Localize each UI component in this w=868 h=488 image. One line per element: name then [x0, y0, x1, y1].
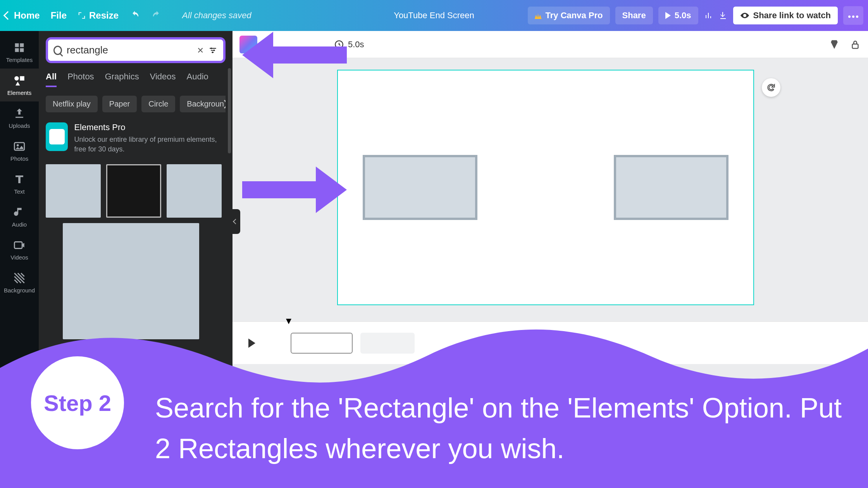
- nav-background-label: Background: [4, 287, 35, 294]
- nav-background[interactable]: Background: [0, 266, 39, 299]
- placed-rectangle-1[interactable]: [363, 155, 477, 220]
- tab-all[interactable]: All: [46, 72, 57, 87]
- svg-point-10: [212, 52, 214, 53]
- save-status: All changes saved: [182, 10, 251, 21]
- redo-button[interactable]: [151, 10, 162, 21]
- top-toolbar: Home File Resize All changes saved YouTu…: [0, 0, 868, 31]
- suggestion-chips: Netflix play Paper Circle Backgroun: [46, 96, 226, 112]
- file-menu[interactable]: File: [51, 10, 67, 21]
- undo-button[interactable]: [129, 10, 140, 21]
- tab-audio[interactable]: Audio: [187, 72, 208, 87]
- placed-rectangle-2[interactable]: [614, 155, 728, 220]
- svg-point-0: [848, 15, 851, 18]
- svg-rect-12: [852, 44, 858, 48]
- result-rectangle-solid[interactable]: [46, 164, 101, 218]
- pro-title: Elements Pro: [74, 122, 226, 132]
- result-rectangle-outline[interactable]: [106, 164, 161, 218]
- lock-button[interactable]: [849, 39, 861, 50]
- svg-point-8: [210, 47, 212, 49]
- svg-point-6: [17, 144, 19, 146]
- more-icon: [848, 15, 859, 19]
- svg-rect-7: [14, 242, 22, 249]
- result-rectangle-solid-2[interactable]: [167, 164, 222, 218]
- nav-videos-label: Videos: [10, 254, 28, 261]
- download-button[interactable]: [718, 11, 728, 20]
- step-badge: Step 2: [31, 356, 124, 449]
- step-label: Step 2: [44, 390, 111, 416]
- chip-circle[interactable]: Circle: [141, 96, 175, 112]
- pro-subtitle: Unlock our entire library of premium ele…: [74, 135, 226, 154]
- annotation-arrow-to-canvas: [242, 167, 347, 213]
- svg-point-1: [852, 15, 854, 18]
- resize-label: Resize: [89, 10, 119, 21]
- nav-uploads[interactable]: Uploads: [0, 101, 39, 134]
- search-field[interactable]: ×: [48, 40, 223, 61]
- resize-icon: [78, 11, 86, 20]
- tab-photos[interactable]: Photos: [67, 72, 94, 87]
- svg-point-3: [14, 76, 19, 81]
- search-highlight: ×: [46, 37, 226, 63]
- nav-uploads-label: Uploads: [9, 122, 30, 129]
- eye-icon: [740, 11, 749, 20]
- elements-pro-card[interactable]: Elements Pro Unlock our entire library o…: [46, 122, 226, 154]
- search-icon: [53, 46, 62, 55]
- play-preview-button[interactable]: 5.0s: [658, 7, 698, 24]
- tab-videos[interactable]: Videos: [150, 72, 176, 87]
- search-results: [46, 164, 226, 339]
- pro-badge-icon: [46, 122, 68, 151]
- panel-scrollbar[interactable]: [228, 68, 231, 153]
- nav-text[interactable]: Text: [0, 167, 39, 200]
- share-button[interactable]: Share: [615, 7, 653, 24]
- nav-photos[interactable]: Photos: [0, 134, 39, 167]
- nav-videos[interactable]: Videos: [0, 233, 39, 266]
- chip-paper[interactable]: Paper: [102, 96, 137, 112]
- nav-text-label: Text: [14, 188, 25, 195]
- chip-background[interactable]: Backgroun: [180, 96, 226, 112]
- home-button[interactable]: Home: [5, 10, 40, 21]
- home-label: Home: [14, 10, 40, 21]
- nav-templates-label: Templates: [6, 57, 33, 63]
- chevron-left-icon: [3, 11, 12, 20]
- nav-elements[interactable]: Elements: [0, 69, 39, 101]
- regenerate-button[interactable]: [762, 78, 780, 97]
- duration-value: 5.0s: [348, 40, 364, 50]
- nav-photos-label: Photos: [10, 155, 29, 162]
- elements-tabs: All Photos Graphics Videos Audio: [46, 72, 226, 87]
- document-title[interactable]: YouTube End Screen: [394, 10, 474, 21]
- crown-icon: [535, 12, 542, 19]
- chip-netflix-play[interactable]: Netflix play: [46, 96, 98, 112]
- more-menu-button[interactable]: [843, 6, 863, 25]
- canvas-page[interactable]: [337, 70, 754, 305]
- collapse-panel-handle[interactable]: [231, 209, 240, 234]
- svg-rect-4: [20, 76, 24, 81]
- play-icon: [665, 12, 671, 19]
- share-link-label: Share link to watch: [753, 10, 831, 21]
- search-filter-button[interactable]: [208, 45, 218, 56]
- svg-point-9: [214, 49, 215, 51]
- nav-audio-label: Audio: [12, 221, 27, 228]
- resize-button[interactable]: Resize: [78, 10, 119, 21]
- share-link-button[interactable]: Share link to watch: [733, 7, 838, 24]
- analytics-button[interactable]: [704, 11, 713, 20]
- svg-point-2: [856, 15, 858, 18]
- search-input[interactable]: [67, 44, 193, 56]
- instruction-text: Search for the 'Rectangle' on the 'Eleme…: [155, 388, 845, 469]
- nav-elements-label: Elements: [7, 89, 32, 96]
- refresh-icon: [766, 82, 776, 93]
- nav-templates[interactable]: Templates: [0, 36, 39, 69]
- styles-button[interactable]: [828, 39, 840, 50]
- tab-graphics[interactable]: Graphics: [105, 72, 139, 87]
- try-pro-label: Try Canva Pro: [546, 10, 603, 21]
- try-pro-button[interactable]: Try Canva Pro: [528, 7, 610, 24]
- annotation-arrow-to-search: [242, 32, 347, 78]
- nav-audio[interactable]: Audio: [0, 200, 39, 233]
- clear-search-button[interactable]: ×: [197, 45, 203, 56]
- play-duration-label: 5.0s: [675, 10, 691, 21]
